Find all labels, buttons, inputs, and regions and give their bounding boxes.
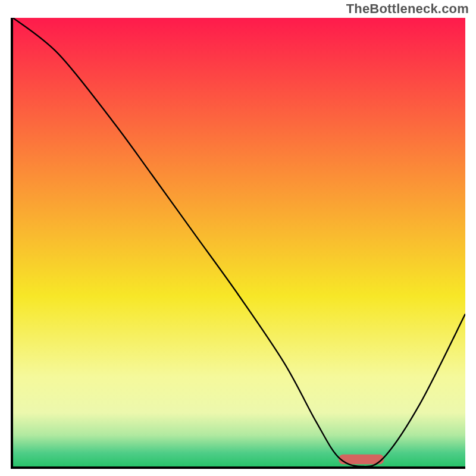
gradient-background [13,18,465,466]
chart-svg [13,18,465,466]
watermark-label: TheBottleneck.com [346,1,469,17]
plot-area [11,18,465,469]
chart-container: TheBottleneck.com [0,0,476,476]
